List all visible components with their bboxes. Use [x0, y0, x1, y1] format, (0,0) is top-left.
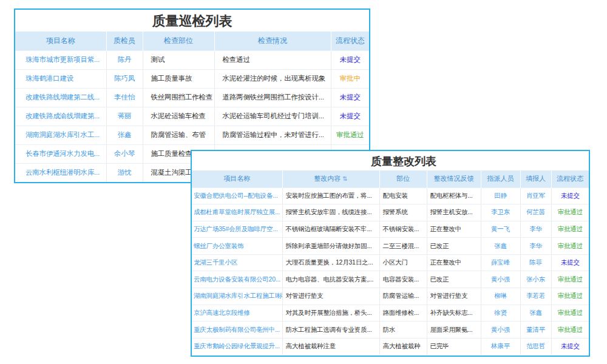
cell-inspector[interactable]: 陈巧凤 [106, 69, 143, 88]
cell-project-name[interactable]: 螺丝厂办公室装饰 [192, 238, 282, 255]
cell-rectify-content: 大理石质量更换，12月31日之... [282, 254, 379, 271]
table-row: 珠海市城市更新项目紫...陈丹测试检查通过未提交 [15, 50, 369, 69]
cell-assignee[interactable]: 张鑫 [481, 238, 520, 255]
cell-project-name[interactable]: 京沪高速北京段维修 [192, 305, 282, 322]
table-row: 改建铁路成渝线增建第...蒋丽水泥砼运输车检查水泥砼运输车司机经过专门培训...… [15, 107, 369, 126]
cell-reporter[interactable]: 张小东 [520, 271, 551, 288]
cell-inspector[interactable]: 游忱 [106, 163, 143, 182]
table-row: 云南电力设备安装有限公司20...电力电容器、电抗器安装方案,...电容器安装.… [192, 271, 589, 288]
cell-assignee[interactable]: 李卫东 [481, 204, 520, 221]
sort-icon[interactable]: ⇅ [342, 175, 347, 182]
cell-reporter[interactable]: 陈菲 [520, 254, 551, 271]
cell-assignee[interactable]: 徐贤 [481, 305, 520, 322]
cell-rectify-content: 安装时应按施工图的布置，将... [282, 187, 379, 204]
cell-project-name[interactable]: 成都杜甫草堂临时展厅独立展... [192, 204, 282, 221]
rectification-table-panel: 质量整改列表 项目名称整改内容⇅部位整改情况反馈指派人员填报人流程状态安徽合肥供… [191, 150, 590, 357]
cell-reporter[interactable]: 李若若 [520, 288, 551, 305]
cell-project-name[interactable]: 珠海市城市更新项目紫... [15, 50, 106, 69]
cell-project-name[interactable]: 长春市伊通河水力发电... [15, 144, 106, 163]
cell-project-name[interactable]: 万达广场35#会所及咖啡厅空... [192, 221, 282, 238]
header-row: 项目名称整改内容⇅部位整改情况反馈指派人员填报人流程状态 [192, 170, 589, 187]
cell-project-name[interactable]: 云南电力设备安装有限公司20... [192, 271, 282, 288]
cell-assignee[interactable]: 黄一飞 [481, 221, 520, 238]
cell-feedback: 屋面采用聚氨... [427, 322, 481, 339]
cell-project-name[interactable]: 龙湖三千里小区 [192, 254, 282, 271]
cell-assignee[interactable]: 林康平 [481, 338, 520, 355]
cell-reporter[interactable]: 李华 [520, 221, 551, 238]
cell-project-name[interactable]: 重庆市鹅岭公园绿化景观提升... [192, 338, 282, 355]
cell-project-name[interactable]: 珠海鹤港口建设 [15, 69, 106, 88]
column-header-status: 流程状态 [331, 32, 369, 50]
cell-assignee[interactable]: 薛宝峰 [481, 254, 520, 271]
cell-status: 未提交 [331, 88, 369, 107]
table-row: 湖南洞庭湖水库引水工程施工I标对管进行垫支防腐管运输...对管进行垫支柳琳李若若… [192, 288, 589, 305]
column-header-rectify-content[interactable]: 整改内容⇅ [282, 170, 379, 187]
table-row: 安徽合肥供电公司--配电设备...安装时应按施工图的布置，将...配电安装配电柜… [192, 187, 589, 204]
column-header-reporter: 填报人 [520, 170, 551, 187]
table-row: 改建铁路线增建第二线...李佳怡铁丝网围挡工作检查道路两侧铁丝网围挡工作按设计.… [15, 88, 369, 107]
cell-reporter[interactable]: 肖亚军 [520, 187, 551, 204]
cell-part: 防水 [379, 322, 427, 339]
cell-inspector[interactable]: 蒋丽 [106, 107, 143, 126]
cell-project-name[interactable]: 湖南洞庭湖水库引水工程施工I标 [192, 288, 282, 305]
cell-inspect-part: 铁丝网围挡工作检查 [143, 88, 214, 107]
cell-status: 未提交 [331, 107, 369, 126]
rectification-table: 项目名称整改内容⇅部位整改情况反馈指派人员填报人流程状态安徽合肥供电公司--配电… [192, 170, 589, 355]
column-header-assignee: 指派人员 [481, 170, 520, 187]
cell-status: 审批通过 [551, 271, 589, 288]
column-header-project-name: 项目名称 [15, 32, 106, 50]
column-header-inspector: 质检员 [106, 32, 143, 50]
rectification-table-title: 质量整改列表 [192, 151, 589, 170]
cell-status: 审批通过 [551, 204, 589, 221]
cell-inspector[interactable]: 陈丹 [106, 50, 143, 69]
cell-project-name[interactable]: 改建铁路线增建第二线... [15, 88, 106, 107]
cell-status: 审批中 [331, 69, 369, 88]
cell-status: 审批通过 [551, 221, 589, 238]
cell-feedback: 对管进行垫支 [427, 288, 481, 305]
cell-assignee[interactable]: 田静 [481, 187, 520, 204]
cell-reporter[interactable]: 张鑫 [520, 305, 551, 322]
table-row: 螺丝厂办公室装饰拆除到承重墙部分请做好加固...二至三楼混...已改正张鑫李华审… [192, 238, 589, 255]
cell-inspector[interactable]: 李佳怡 [106, 88, 143, 107]
cell-part: 报警系统 [379, 204, 427, 221]
cell-project-name[interactable]: 云南水利枢纽潜明水库... [15, 163, 106, 182]
cell-inspector[interactable]: 张鑫 [106, 126, 143, 144]
cell-part: 二至三楼混... [379, 238, 427, 255]
cell-rectify-content: 拆除到承重墙部分请做好加固... [282, 238, 379, 255]
cell-feedback: 正在整改中 [427, 221, 481, 238]
cell-assignee[interactable]: 黄小强 [481, 271, 520, 288]
cell-inspect-part: 测试 [143, 50, 214, 69]
cell-feedback: 已完毕 [427, 338, 481, 355]
cell-inspector[interactable]: 余小琴 [106, 144, 143, 163]
cell-inspect-situation: 防腐管运输过程中，未对管进行... [214, 126, 331, 144]
cell-status: 审批通过 [331, 126, 369, 144]
column-header-part: 部位 [379, 170, 427, 187]
cell-inspect-part: 水泥砼运输车检查 [143, 107, 214, 126]
cell-project-name[interactable]: 安徽合肥供电公司--配电设备... [192, 187, 282, 204]
cell-rectify-content: 高大植被栽种注意 [282, 338, 379, 355]
cell-reporter[interactable]: 何芷茵 [520, 204, 551, 221]
cell-project-name[interactable]: 湖南洞庭湖水库引水工... [15, 126, 106, 144]
cell-assignee[interactable]: 黄小强 [481, 322, 520, 339]
column-header-status: 流程状态 [551, 170, 589, 187]
cell-reporter[interactable]: 范思哲 [520, 338, 551, 355]
column-header-project-name: 项目名称 [192, 170, 282, 187]
cell-inspect-situation: 道路两侧铁丝网围挡工作按设计... [214, 88, 331, 107]
cell-project-name[interactable]: 改建铁路成渝线增建第... [15, 107, 106, 126]
inspection-table-title: 质量巡检列表 [15, 10, 369, 32]
table-row: 龙湖三千里小区大理石质量更换，12月31日之...小区大门正在整改中薛宝峰陈菲未… [192, 254, 589, 271]
cell-reporter[interactable]: 李华 [520, 238, 551, 255]
cell-part: 路面维修检... [379, 305, 427, 322]
cell-rectify-content: 电力电容器、电抗器安装方案,... [282, 271, 379, 288]
cell-status: 未提交 [551, 338, 589, 355]
cell-project-name[interactable]: 重庆太极制药有限公司亳州中... [192, 322, 282, 339]
table-row: 重庆太极制药有限公司亳州中...防水工程施工选调有专业资质...防水屋面采用聚氨… [192, 322, 589, 339]
cell-status: 未提交 [331, 50, 369, 69]
cell-reporter[interactable]: 董清平 [520, 322, 551, 339]
cell-assignee[interactable]: 柳琳 [481, 288, 520, 305]
cell-rectify-content: 防水工程施工选调有专业资质... [282, 322, 379, 339]
table-row: 珠海鹤港口建设陈巧凤施工质量事故水泥砼灌注的时候，出现离析现象审批中 [15, 69, 369, 88]
cell-inspect-situation: 水泥砼灌注的时候，出现离析现象 [214, 69, 331, 88]
table-row: 成都杜甫草堂临时展厅独立展...报警主机安放牢固，线缆连接...报警系统报警主机… [192, 204, 589, 221]
cell-feedback: 补齐缺失标志... [427, 305, 481, 322]
